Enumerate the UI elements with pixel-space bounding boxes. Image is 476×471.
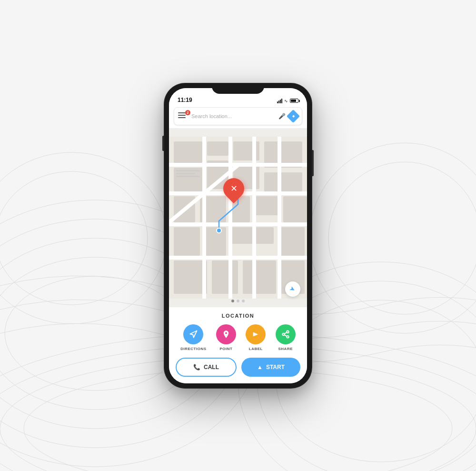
svg-line-58 <box>284 335 287 336</box>
point-icon-circle <box>216 324 236 344</box>
share-icon-circle <box>276 324 296 344</box>
start-button[interactable]: ▲ START <box>241 358 300 377</box>
svg-marker-53 <box>190 331 197 337</box>
status-time: 11:19 <box>178 97 192 103</box>
directions-icon-circle <box>183 324 203 344</box>
call-phone-icon: 📞 <box>193 364 200 371</box>
svg-rect-32 <box>205 227 226 256</box>
svg-rect-35 <box>174 261 207 294</box>
nav-diamond-icon[interactable] <box>287 109 300 122</box>
search-input[interactable]: Search location... <box>191 113 276 119</box>
signal-icon <box>277 99 282 103</box>
svg-line-59 <box>284 332 287 333</box>
point-label: POINT <box>219 347 232 351</box>
directions-label: DIRECTIONS <box>180 347 206 351</box>
label-icon-circle <box>246 324 266 344</box>
directions-action[interactable]: DIRECTIONS <box>180 324 206 351</box>
svg-rect-30 <box>283 196 307 222</box>
svg-point-14 <box>309 143 476 333</box>
svg-rect-48 <box>176 170 200 171</box>
battery-icon <box>290 99 298 103</box>
svg-rect-22 <box>264 172 302 191</box>
menu-icon[interactable]: 2 <box>178 112 188 120</box>
bottom-panel: LOCATION DIRECTIONS <box>169 307 307 383</box>
svg-rect-31 <box>174 227 200 256</box>
pin-circle: ✕ <box>219 174 248 203</box>
svg-rect-50 <box>176 176 200 177</box>
svg-rect-19 <box>207 141 228 156</box>
map-pin: ✕ <box>223 178 244 202</box>
svg-rect-36 <box>212 261 238 294</box>
label-action[interactable]: LABEL <box>246 324 266 351</box>
svg-rect-37 <box>243 261 276 294</box>
label-label: LABEL <box>249 347 263 351</box>
start-label: START <box>266 364 285 371</box>
phone-frame: 11:19 ∿ <box>164 83 312 388</box>
mic-icon[interactable]: 🎤 <box>278 113 286 120</box>
svg-point-54 <box>225 332 227 334</box>
svg-rect-34 <box>278 227 305 256</box>
dot-3[interactable] <box>242 300 245 302</box>
phone-mockup: 11:19 ∿ <box>164 83 312 388</box>
compass-button[interactable]: ➤ <box>285 281 300 297</box>
svg-rect-43 <box>202 137 206 299</box>
phone-screen: 11:19 ∿ <box>169 88 307 383</box>
action-icons: DIRECTIONS POINT <box>176 324 300 351</box>
svg-point-13 <box>0 171 148 305</box>
dot-1[interactable] <box>231 300 234 302</box>
svg-rect-44 <box>228 137 232 299</box>
buttons-row: 📞 CALL ▲ START <box>176 358 300 377</box>
notch <box>212 83 264 94</box>
start-nav-icon: ▲ <box>257 364 263 371</box>
location-title: LOCATION <box>176 313 300 319</box>
svg-rect-29 <box>255 196 278 215</box>
svg-rect-45 <box>252 137 256 299</box>
svg-rect-42 <box>169 256 307 260</box>
point-action[interactable]: POINT <box>216 324 236 351</box>
call-label: CALL <box>204 364 219 371</box>
dot-2[interactable] <box>237 300 239 302</box>
status-icons: ∿ <box>277 99 298 103</box>
compass-icon: ➤ <box>288 284 297 294</box>
wifi-icon: ∿ <box>284 99 288 103</box>
share-action[interactable]: SHARE <box>276 324 296 351</box>
svg-rect-46 <box>278 137 281 299</box>
pagination-dots <box>231 300 245 302</box>
map-area[interactable]: ✕ ➤ <box>169 128 307 307</box>
svg-rect-41 <box>169 222 307 226</box>
svg-rect-18 <box>174 141 202 163</box>
svg-rect-49 <box>176 173 195 174</box>
share-label: SHARE <box>278 347 293 351</box>
svg-point-15 <box>328 162 476 314</box>
call-button[interactable]: 📞 CALL <box>176 358 237 377</box>
svg-point-12 <box>0 152 167 324</box>
search-bar[interactable]: 2 Search location... 🎤 <box>174 107 302 125</box>
menu-badge: 2 <box>185 110 190 115</box>
pin-icon: ✕ <box>230 183 238 194</box>
